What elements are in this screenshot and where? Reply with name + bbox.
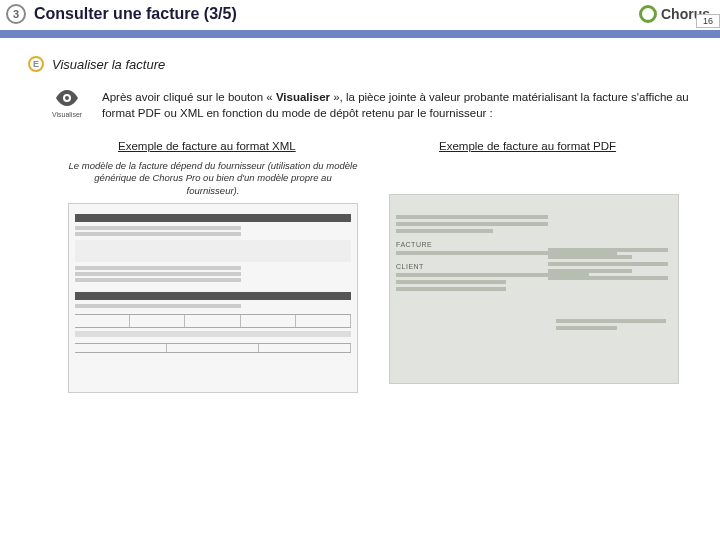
section-heading: E Visualiser la facture [28,56,700,72]
eye-label: Visualiser [52,111,82,118]
pdf-invoice-thumbnail: FACTURE CLIENT [389,194,679,384]
intro-row: Visualiser Après avoir cliqué sur le bou… [46,90,700,121]
visualize-button-thumb: Visualiser [46,90,88,118]
content-area: E Visualiser la facture Visualiser Après… [0,38,720,393]
page-title: Consulter une facture (3/5) [34,5,639,23]
step-number-circle: 3 [6,4,26,24]
examples-row: Exemple de facture au format XML Le modè… [68,139,700,393]
intro-text-a: Après avoir cliqué sur le bouton « [102,91,276,103]
svg-point-0 [65,96,69,100]
section-title: Visualiser la facture [52,57,165,72]
intro-text: Après avoir cliqué sur le bouton « Visua… [102,90,700,121]
pdf-example-link[interactable]: Exemple de facture au format PDF [439,140,616,152]
xml-note: Le modèle de la facture dépend du fourni… [68,160,358,197]
intro-text-bold: Visualiser [276,91,330,103]
header-divider: 16 [0,30,720,38]
pdf-column: Exemple de facture au format PDF FACTURE… [389,139,700,393]
logo-ring-icon [639,5,657,23]
page-number: 16 [696,14,720,28]
eye-icon [55,90,79,109]
step-letter-circle: E [28,56,44,72]
xml-example-link[interactable]: Exemple de facture au format XML [118,140,296,152]
xml-column: Exemple de facture au format XML Le modè… [68,139,379,393]
page-header: 3 Consulter une facture (3/5) Chorus [0,0,720,30]
xml-invoice-thumbnail [68,203,358,393]
